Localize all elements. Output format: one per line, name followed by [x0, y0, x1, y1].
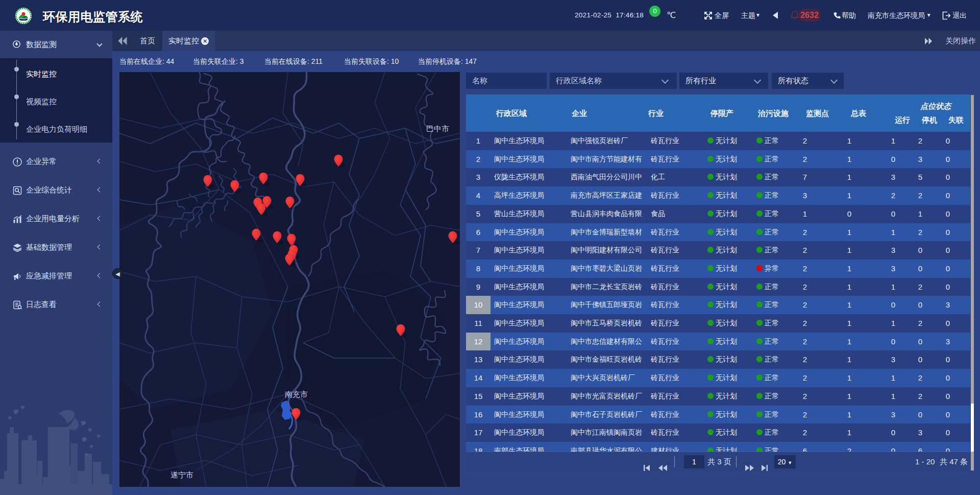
svg-text:遂宁市: 遂宁市 [170, 470, 193, 479]
svg-text:南充市: 南充市 [285, 390, 308, 398]
svg-text:巴中市: 巴中市 [426, 124, 449, 133]
